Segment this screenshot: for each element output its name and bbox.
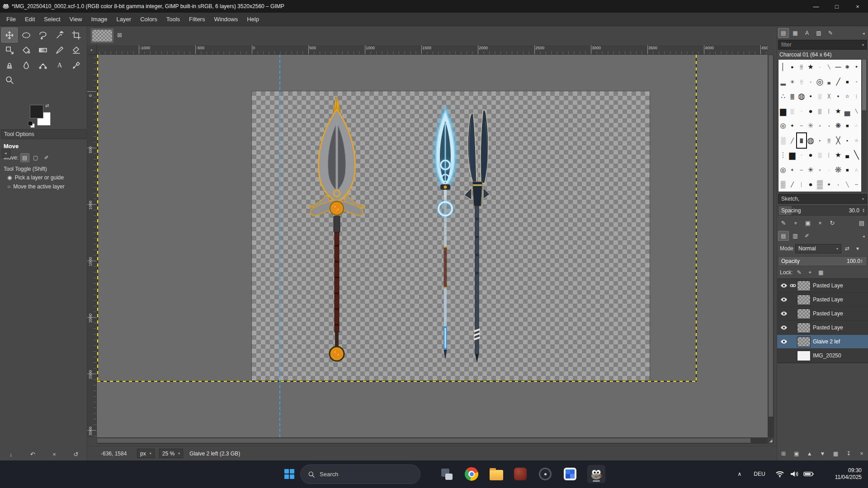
brush-thumbnail[interactable]: ✳ — [806, 163, 815, 178]
brush-thumbnail[interactable]: ▫ — [852, 75, 861, 89]
anchor-layer-button[interactable]: ↧ — [843, 449, 854, 458]
bucket-fill-tool-button[interactable] — [18, 42, 34, 57]
battery-icon[interactable] — [802, 468, 816, 480]
brush-thumbnail[interactable]: ▄ — [824, 75, 833, 89]
new-layer-button[interactable]: ⊞ — [778, 449, 789, 458]
brush-thumbnail[interactable]: ░ — [815, 148, 824, 163]
brush-thumbnail[interactable]: · — [815, 60, 824, 75]
switch-mode-button[interactable]: ⇄ — [843, 244, 852, 253]
brush-filter-input[interactable]: filter ▾ — [778, 40, 867, 50]
paths-tool-button[interactable] — [35, 57, 51, 72]
delete-preset-button[interactable]: × — [48, 450, 60, 459]
brush-thumbnail[interactable]: ● — [806, 148, 815, 163]
brush-thumbnail[interactable]: ∙ — [806, 75, 815, 89]
brush-grid-scrollbar[interactable] — [861, 59, 867, 192]
brush-thumbnail[interactable]: ✦ — [788, 163, 797, 178]
reset-tool-button[interactable]: ↺ — [70, 450, 82, 459]
brush-thumbnail[interactable]: │ — [778, 60, 788, 75]
brush-thumbnail[interactable]: ▫ — [815, 118, 824, 133]
brush-thumbnail[interactable]: ─ — [834, 60, 843, 75]
brush-thumbnail[interactable]: ─ — [797, 118, 806, 133]
brush-thumbnail[interactable]: ✳ — [806, 118, 815, 133]
brush-thumbnail[interactable]: ★ — [824, 177, 833, 192]
brush-thumbnail[interactable]: ▒ — [815, 177, 824, 192]
brush-thumbnail[interactable]: ⋮ — [852, 89, 861, 104]
brush-thumbnail[interactable]: ★ — [834, 104, 843, 119]
lock-alpha-button[interactable]: ▦ — [816, 268, 826, 277]
language-indicator[interactable]: DEU — [750, 468, 769, 480]
dock-menu-icon[interactable]: ◂ — [860, 234, 867, 239]
layer-mode-select[interactable]: Normal ▾ — [795, 244, 841, 253]
spinner-arrows-icon[interactable]: ▲▼ — [860, 259, 863, 263]
brush-thumbnail[interactable]: ▒ — [824, 133, 833, 148]
new-group-button[interactable]: ▣ — [791, 449, 802, 458]
brush-thumbnail[interactable]: ☆ — [843, 89, 852, 104]
fuzzy-select-tool-button[interactable] — [52, 28, 68, 42]
menu-tools[interactable]: Tools — [162, 13, 184, 25]
image-canvas[interactable] — [252, 91, 650, 380]
tab-fonts[interactable]: A — [802, 28, 812, 38]
brush-thumbnail[interactable]: · — [797, 148, 806, 163]
move-tool-button[interactable] — [1, 28, 18, 42]
volume-icon[interactable] — [788, 468, 800, 480]
brush-thumbnail[interactable]: ╱ — [788, 177, 797, 192]
foreground-color-swatch[interactable] — [30, 105, 43, 118]
swap-colors-icon[interactable]: ⇄ — [45, 103, 49, 108]
brush-thumbnail[interactable]: ■ — [843, 163, 852, 178]
visibility-eye-icon[interactable] — [779, 311, 789, 316]
brush-thumbnail[interactable]: ▓ — [788, 89, 797, 104]
brush-thumbnail[interactable]: ░ — [797, 75, 806, 89]
move-selection-toggle[interactable]: ▢ — [31, 153, 40, 162]
ellipse-select-tool-button[interactable] — [18, 28, 34, 42]
menu-help[interactable]: Help — [242, 13, 264, 25]
menu-image[interactable]: Image — [86, 13, 112, 25]
tab-gradients[interactable]: ▧ — [813, 28, 824, 38]
file-explorer-button[interactable] — [487, 465, 505, 483]
smudge-tool-button[interactable] — [18, 57, 34, 72]
lock-pixels-button[interactable]: ✎ — [795, 268, 804, 277]
brush-thumbnail[interactable]: ╲ — [852, 104, 861, 119]
blue-tiles-app-button[interactable] — [561, 465, 579, 483]
brush-thumbnail[interactable]: ◍ — [806, 133, 815, 148]
paintbrush-tool-button[interactable] — [52, 42, 68, 57]
brush-thumbnail[interactable]: ✦ — [788, 118, 797, 133]
vertical-scrollbar[interactable] — [768, 55, 774, 437]
gimp-taskbar-button[interactable] — [587, 465, 605, 483]
brush-thumbnail-selected[interactable]: ▓ — [797, 133, 806, 148]
wifi-icon[interactable] — [774, 468, 786, 480]
zoom-tool-button[interactable] — [1, 72, 18, 87]
gradient-tool-button[interactable] — [35, 42, 51, 57]
layer-row[interactable]: Pasted Laye — [777, 307, 868, 321]
brush-thumbnail[interactable]: ∙ — [824, 118, 833, 133]
menu-edit[interactable]: Edit — [20, 13, 39, 25]
tab-layers[interactable]: ▤ — [778, 231, 789, 241]
brush-thumbnail[interactable]: ◎ — [815, 75, 824, 89]
eraser-tool-button[interactable] — [68, 42, 85, 57]
layer-row-selected[interactable]: Glaive 2 lef — [777, 335, 868, 349]
text-tool-button[interactable]: A — [52, 57, 68, 72]
menu-filters[interactable]: Filters — [184, 13, 209, 25]
menu-view[interactable]: View — [65, 13, 87, 25]
brush-thumbnail[interactable]: ◎ — [778, 163, 788, 178]
chain-link-icon[interactable] — [789, 283, 797, 288]
refresh-brushes-button[interactable]: ↻ — [827, 218, 838, 228]
tool-options-header[interactable]: Tool Options ◂ — [1, 129, 86, 139]
brush-thumbnail[interactable]: • — [815, 133, 824, 148]
brush-thumbnail[interactable]: ∴ — [852, 118, 861, 133]
brush-thumbnail[interactable]: ▄ — [843, 148, 852, 163]
task-view-button[interactable] — [438, 465, 456, 483]
brush-thumbnail[interactable]: ∙ — [824, 163, 833, 178]
pick-layer-radio[interactable]: ◉ Pick a layer or guide — [1, 173, 86, 182]
maximize-button[interactable]: □ — [826, 0, 847, 13]
brush-thumbnail[interactable]: ▒ — [797, 60, 806, 75]
tab-paths[interactable]: ✐ — [802, 231, 812, 241]
tab-channels[interactable]: ▥ — [790, 231, 801, 241]
brush-thumbnail[interactable]: ─ — [852, 177, 861, 192]
visibility-eye-icon[interactable] — [779, 339, 789, 344]
brush-thumbnail[interactable]: ∴ — [778, 89, 788, 104]
move-active-radio[interactable]: ○ Move the active layer — [1, 182, 86, 191]
delete-brush-button[interactable]: × — [815, 218, 826, 228]
brush-thumbnail[interactable]: │ — [797, 177, 806, 192]
brush-thumbnail[interactable]: ░ — [815, 89, 824, 104]
start-button[interactable] — [280, 465, 298, 483]
